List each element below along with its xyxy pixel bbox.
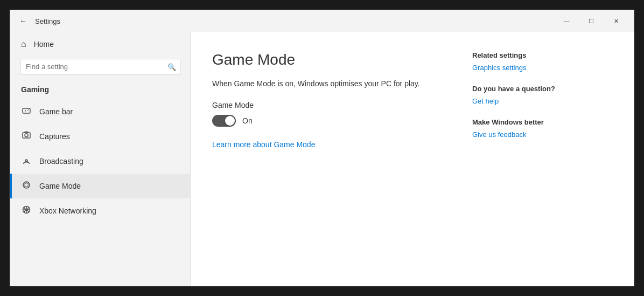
search-icon: 🔍: [167, 63, 176, 71]
svg-point-6: [25, 134, 28, 137]
svg-rect-0: [23, 108, 30, 113]
sidebar-item-xbox-networking-label: Xbox Networking: [39, 206, 96, 215]
page-title: Game Mode: [212, 51, 451, 68]
sidebar-item-game-bar-label: Game bar: [39, 107, 73, 116]
related-settings-title: Related settings: [472, 51, 612, 59]
game-mode-icon: [21, 180, 32, 192]
main-content: Game Mode When Game Mode is on, Windows …: [191, 32, 634, 286]
sidebar-item-xbox-networking[interactable]: Xbox Networking: [10, 198, 190, 223]
window-title: Settings: [35, 17, 60, 25]
sidebar-item-game-mode-label: Game Mode: [39, 182, 81, 190]
close-button[interactable]: ✕: [604, 10, 628, 32]
captures-icon: [21, 130, 32, 142]
game-mode-toggle[interactable]: [212, 115, 236, 127]
toggle-state-label: On: [242, 116, 253, 125]
sidebar-item-captures-label: Captures: [39, 132, 70, 141]
description: When Game Mode is on, Windows optimises …: [212, 79, 451, 88]
sidebar: ⌂ Home 🔍 Gaming Game bar: [10, 32, 191, 286]
back-button[interactable]: ←: [16, 13, 31, 29]
give-feedback-link[interactable]: Give us feedback: [472, 130, 612, 139]
maximize-button[interactable]: ☐: [579, 10, 604, 32]
broadcasting-icon: [21, 155, 32, 167]
window-controls: — ☐ ✕: [554, 10, 628, 32]
toggle-knob: [225, 116, 235, 126]
search-box: 🔍: [20, 59, 180, 74]
svg-point-4: [28, 109, 29, 111]
content-area: ⌂ Home 🔍 Gaming Game bar: [10, 32, 634, 286]
setting-label: Game Mode: [212, 101, 451, 109]
titlebar: ← Settings — ☐ ✕: [10, 10, 634, 32]
learn-more-link[interactable]: Learn more about Game Mode: [212, 140, 315, 149]
sidebar-item-broadcasting-label: Broadcasting: [39, 157, 83, 166]
sidebar-item-game-bar[interactable]: Game bar: [10, 99, 190, 124]
main-right: Related settings Graphics settings Do yo…: [472, 51, 612, 149]
settings-window: ← Settings — ☐ ✕ ⌂ Home 🔍 Gaming: [10, 10, 634, 286]
sidebar-item-captures[interactable]: Captures: [10, 124, 190, 149]
main-layout: Game Mode When Game Mode is on, Windows …: [212, 51, 612, 149]
section-label: Gaming: [10, 81, 190, 99]
xbox-networking-icon: [21, 205, 32, 217]
toggle-row: On: [212, 115, 451, 127]
svg-point-3: [27, 110, 29, 111]
game-bar-icon: [21, 106, 32, 118]
question-title: Do you have a question?: [472, 85, 612, 93]
minimize-button[interactable]: —: [554, 10, 579, 32]
graphics-settings-link[interactable]: Graphics settings: [472, 64, 612, 72]
sidebar-item-broadcasting[interactable]: Broadcasting: [10, 149, 190, 174]
home-label: Home: [34, 40, 54, 49]
get-help-link[interactable]: Get help: [472, 97, 612, 105]
sidebar-item-home[interactable]: ⌂ Home: [10, 32, 190, 57]
home-icon: ⌂: [21, 39, 26, 49]
feedback-title: Make Windows better: [472, 118, 612, 126]
main-left: Game Mode When Game Mode is on, Windows …: [212, 51, 451, 149]
sidebar-item-game-mode[interactable]: Game Mode: [10, 174, 190, 198]
search-input[interactable]: [20, 59, 180, 74]
